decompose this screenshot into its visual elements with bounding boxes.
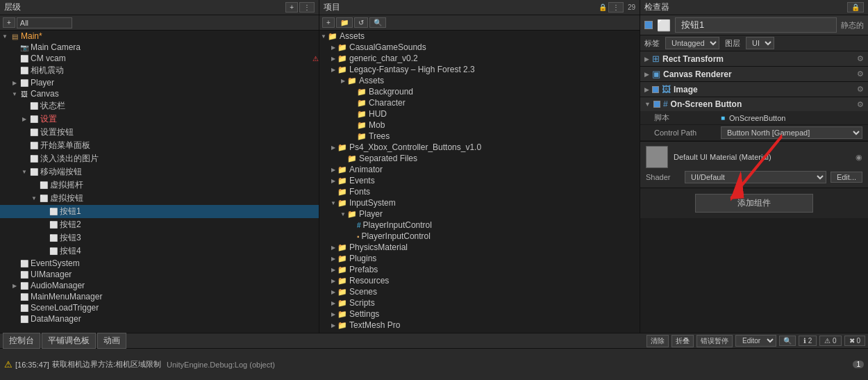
project-item-resources[interactable]: ▶📁Resources bbox=[319, 275, 640, 286]
object-name-field[interactable]: 按钮1 bbox=[675, 17, 837, 33]
hierarchy-item-btn1[interactable]: ⬜按钮1 bbox=[0, 205, 319, 218]
project-expand-arrow[interactable]: ▶ bbox=[329, 167, 337, 173]
project-item-settings2[interactable]: ▶📁Settings bbox=[319, 308, 640, 320]
project-refresh-btn[interactable]: ↺ bbox=[354, 17, 368, 28]
hierarchy-item-canvas[interactable]: ▼🖼Canvas bbox=[0, 88, 319, 99]
project-item-mob[interactable]: 📁Mob bbox=[319, 119, 640, 131]
hierarchy-item-mobilebtn[interactable]: ▼⬜移动端按钮 bbox=[0, 165, 319, 179]
hierarchy-item-main[interactable]: ▼▤Main* bbox=[0, 31, 319, 42]
project-expand-arrow[interactable]: ▶ bbox=[329, 256, 337, 262]
hierarchy-item-maincamera[interactable]: 📷Main Camera bbox=[0, 42, 319, 53]
hierarchy-add-btn[interactable]: + bbox=[285, 2, 298, 13]
project-expand-arrow[interactable]: ▼ bbox=[319, 33, 328, 40]
console-clear-btn[interactable]: 清除 bbox=[646, 335, 669, 347]
tab-animation[interactable]: 动画 bbox=[97, 333, 126, 349]
image-gear-icon[interactable]: ⚙ bbox=[857, 85, 864, 94]
project-item-events[interactable]: ▶📁Events bbox=[319, 175, 640, 186]
project-search-btn[interactable]: 🔍 bbox=[369, 17, 386, 28]
shader-dropdown[interactable]: UI/Default bbox=[685, 171, 826, 183]
object-enabled-checkbox[interactable] bbox=[644, 21, 653, 29]
hierarchy-item-btn2[interactable]: ⬜按钮2 bbox=[0, 218, 319, 231]
project-folder-btn[interactable]: 📁 bbox=[336, 17, 353, 28]
tree-expand-arrow[interactable]: ▶ bbox=[10, 80, 19, 86]
project-item-animator[interactable]: ▶📁Animator bbox=[319, 164, 640, 175]
project-item-scripts[interactable]: ▶📁Scripts bbox=[319, 297, 640, 308]
rect-gear-icon[interactable]: ⚙ bbox=[857, 54, 864, 63]
inspector-lock-btn[interactable]: 🔒 bbox=[847, 2, 864, 13]
project-item-playerinputctrl2[interactable]: ▪PlayerInputControl bbox=[319, 231, 640, 242]
hierarchy-item-sceneload[interactable]: ⬜SceneLoadTrigger bbox=[0, 302, 319, 313]
hierarchy-item-audiomanager[interactable]: ▶⬜AudioManager bbox=[0, 280, 319, 291]
project-expand-arrow[interactable]: ▶ bbox=[329, 322, 337, 329]
hierarchy-item-virtualbtn[interactable]: ▼⬜虚拟按钮 bbox=[0, 192, 319, 205]
project-item-casual[interactable]: ▶📁CasualGameSounds bbox=[319, 42, 640, 53]
project-item-scenes[interactable]: ▶📁Scenes bbox=[319, 286, 640, 297]
hierarchy-search[interactable] bbox=[17, 17, 72, 28]
hierarchy-item-eventsystem[interactable]: ⬜EventSystem bbox=[0, 258, 319, 269]
tree-expand-arrow[interactable]: ▼ bbox=[19, 169, 29, 175]
control-path-dropdown[interactable]: Button North [Gamepad] bbox=[721, 126, 862, 139]
project-item-prefabs[interactable]: ▶📁Prefabs bbox=[319, 264, 640, 275]
console-pause-btn[interactable]: 错误暂停 bbox=[696, 335, 733, 347]
project-more-btn[interactable]: ⋮ bbox=[608, 2, 624, 13]
canvas-renderer-header[interactable]: ▶ ▣ Canvas Renderer ⚙ bbox=[640, 67, 868, 81]
project-item-assetssub[interactable]: ▶📁Assets bbox=[319, 75, 640, 86]
hierarchy-item-player[interactable]: ▶⬜Player bbox=[0, 77, 319, 88]
tree-expand-arrow[interactable]: ▼ bbox=[10, 91, 19, 97]
project-item-ps4xbox[interactable]: ▶📁Ps4_Xbox_Controller_Buttons_v1.0 bbox=[319, 142, 640, 153]
hierarchy-item-btn4[interactable]: ⬜按钮4 bbox=[0, 245, 319, 258]
tree-expand-arrow[interactable]: ▶ bbox=[10, 283, 19, 289]
edit-btn[interactable]: Edit... bbox=[831, 172, 862, 183]
hierarchy-item-statusbar[interactable]: ⬜状态栏 bbox=[0, 99, 319, 113]
on-screen-btn-header[interactable]: ▼ # On-Screen Button ⚙ bbox=[640, 97, 868, 111]
project-item-legacyfantasy[interactable]: ▶📁Legacy-Fantasy – High Forest 2.3 bbox=[319, 64, 640, 75]
tab-console[interactable]: 控制台 bbox=[3, 333, 40, 349]
hierarchy-item-camshake[interactable]: ⬜相机震动 bbox=[0, 64, 319, 77]
project-item-playerinputctrl1[interactable]: #PlayerInputControl bbox=[319, 220, 640, 231]
project-item-fonts[interactable]: 📁Fonts bbox=[319, 186, 640, 197]
project-expand-arrow[interactable]: ▼ bbox=[339, 211, 347, 217]
project-expand-arrow[interactable]: ▶ bbox=[329, 245, 337, 251]
tree-expand-arrow[interactable]: ▼ bbox=[29, 195, 39, 201]
image-enabled-checkbox[interactable] bbox=[652, 86, 659, 93]
project-item-character[interactable]: 📁Character bbox=[319, 97, 640, 108]
hierarchy-item-datamanager[interactable]: ⬜DataManager bbox=[0, 313, 319, 324]
project-expand-arrow[interactable]: ▶ bbox=[329, 278, 337, 284]
hierarchy-item-joystick[interactable]: ⬜虚拟摇杆 bbox=[0, 179, 319, 192]
tag-dropdown[interactable]: Untagged bbox=[665, 37, 719, 49]
console-editor-select[interactable]: Editor bbox=[735, 335, 776, 347]
project-expand-arrow[interactable]: ▶ bbox=[339, 78, 347, 84]
rect-transform-header[interactable]: ▶ ⊞ Rect Transform ⚙ bbox=[640, 51, 868, 66]
canvas-gear-icon[interactable]: ⚙ bbox=[857, 69, 864, 79]
onscreen-gear-icon[interactable]: ⚙ bbox=[857, 100, 864, 109]
material-name[interactable]: Default UI Material (Material) bbox=[674, 153, 850, 161]
project-expand-arrow[interactable]: ▶ bbox=[329, 56, 337, 62]
hierarchy-create-btn[interactable]: + bbox=[3, 17, 15, 28]
project-expand-arrow[interactable]: ▶ bbox=[329, 178, 337, 184]
hierarchy-item-mainmenumanager[interactable]: ⬜MainMenuManager bbox=[0, 291, 319, 302]
project-item-inputsystem[interactable]: ▼📁InputSystem bbox=[319, 197, 640, 208]
hierarchy-item-mainmenu[interactable]: ⬜开始菜单面板 bbox=[0, 139, 319, 152]
material-circle-icon[interactable]: ◉ bbox=[856, 153, 862, 162]
project-item-background[interactable]: 📁Background bbox=[319, 86, 640, 97]
project-expand-arrow[interactable]: ▶ bbox=[329, 289, 337, 295]
onscreen-enabled-checkbox[interactable] bbox=[653, 101, 660, 108]
hierarchy-item-settingsbtn[interactable]: ⬜设置按钮 bbox=[0, 126, 319, 139]
project-item-trees[interactable]: 📁Trees bbox=[319, 131, 640, 142]
image-header[interactable]: ▶ 🖼 Image ⚙ bbox=[640, 82, 868, 97]
project-item-hud[interactable]: 📁HUD bbox=[319, 108, 640, 119]
project-item-plugins[interactable]: ▶📁Plugins bbox=[319, 253, 640, 264]
script-value[interactable]: OnScreenButton bbox=[729, 114, 862, 122]
tree-expand-arrow[interactable]: ▶ bbox=[19, 116, 29, 122]
hierarchy-item-fadepic[interactable]: ⬜淡入淡出的图片 bbox=[0, 152, 319, 165]
tree-expand-arrow[interactable]: ▼ bbox=[0, 33, 10, 40]
hierarchy-item-btn3[interactable]: ⬜按钮3 bbox=[0, 231, 319, 245]
project-item-generic[interactable]: ▶📁generic_char_v0.2 bbox=[319, 53, 640, 64]
console-collapse-btn[interactable]: 折叠 bbox=[671, 335, 694, 347]
project-expand-arrow[interactable]: ▶ bbox=[329, 267, 337, 273]
project-expand-arrow[interactable]: ▼ bbox=[329, 200, 337, 206]
project-expand-arrow[interactable]: ▶ bbox=[329, 300, 337, 306]
add-component-btn[interactable]: 添加组件 bbox=[695, 194, 813, 213]
project-item-inputplayer[interactable]: ▼📁Player bbox=[319, 208, 640, 220]
project-expand-arrow[interactable]: ▶ bbox=[329, 311, 337, 317]
